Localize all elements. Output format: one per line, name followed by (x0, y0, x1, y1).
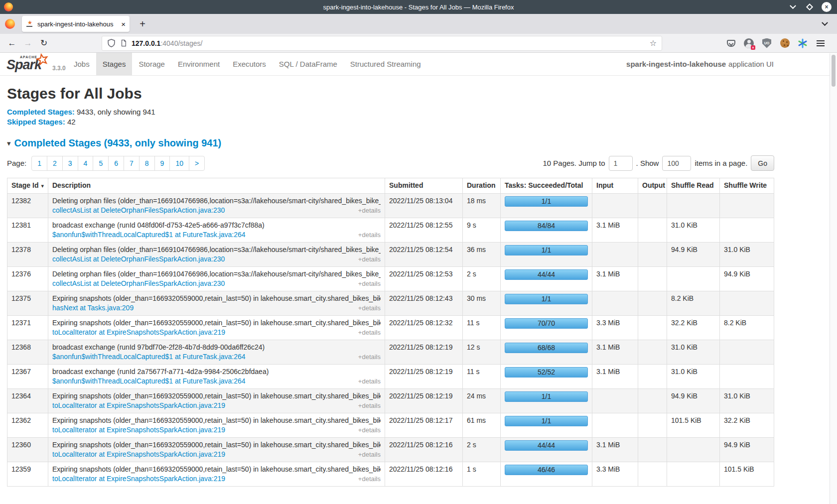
completed-stages-section-header[interactable]: ▾ Completed Stages (9433, only showing 9… (7, 137, 837, 149)
page-button-6[interactable]: 6 (108, 156, 124, 171)
stage-callsite-link[interactable]: toLocalIterator at ExpireSnapshotsSparkA… (52, 328, 225, 337)
stage-callsite-link[interactable]: toLocalIterator at ExpireSnapshotsSparkA… (52, 425, 225, 435)
column-header-submitted[interactable]: Submitted (385, 178, 463, 194)
stage-callsite-link[interactable]: $anonfun$withThreadLocalCaptured$1 at Fu… (52, 352, 246, 362)
stage-callsite-link[interactable]: hasNext at Tasks.java:209 (52, 303, 134, 313)
column-header-shuffle-read[interactable]: Shuffle Read (667, 178, 720, 194)
url-bar[interactable]: 127.0.0.1:4040/stages/ ☆ (102, 36, 662, 51)
scrollbar-thumb[interactable] (832, 55, 836, 87)
page-button-9[interactable]: 9 (154, 156, 170, 171)
items-per-page-input[interactable] (662, 156, 691, 171)
page-scrollbar[interactable] (830, 53, 837, 504)
column-header-shuffle-write[interactable]: Shuffle Write (720, 178, 774, 194)
page-button-7[interactable]: 7 (124, 156, 140, 171)
details-toggle[interactable]: +details (358, 401, 381, 410)
back-button[interactable]: ← (4, 36, 20, 50)
details-toggle[interactable]: +details (358, 377, 381, 386)
page-button-2[interactable]: 2 (47, 156, 63, 171)
skipped-stages-label: Skipped Stages: (7, 118, 65, 126)
minimize-button[interactable] (787, 1, 798, 12)
ublock-button[interactable]: UO (761, 38, 772, 49)
stage-row-12381: 12381broadcast exchange (runId 048fd06f-… (7, 218, 774, 243)
page-button-8[interactable]: 8 (139, 156, 155, 171)
input-cell: 3.1 MiB (592, 438, 638, 462)
submitted-cell: 2022/11/25 08:12:55 (385, 218, 463, 243)
details-toggle[interactable]: +details (358, 328, 381, 337)
tabs-dropdown-button[interactable] (823, 22, 827, 26)
bookmark-star-button[interactable]: ☆ (650, 38, 657, 48)
details-toggle[interactable]: +details (358, 254, 381, 264)
page-button-5[interactable]: 5 (93, 156, 109, 171)
menu-button[interactable] (815, 38, 826, 49)
browser-tab[interactable]: ★ spark-ingest-into-lakehous × (22, 16, 130, 32)
stage-callsite-link[interactable]: collectAsList at DeleteOrphanFilesSparkA… (52, 254, 225, 264)
asterisk-extension-button[interactable] (797, 38, 808, 49)
maximize-button[interactable] (804, 1, 815, 12)
column-header-output[interactable]: Output (638, 178, 667, 194)
page-button-10[interactable]: 10 (169, 156, 189, 171)
new-tab-button[interactable]: + (136, 17, 149, 31)
close-icon: × (822, 2, 832, 12)
stage-id-cell: 12381 (7, 218, 48, 243)
tasks-cell: 44/44 (501, 267, 592, 291)
stage-id-cell: 12360 (7, 438, 48, 462)
completed-stages-label: Completed Stages: (7, 108, 75, 116)
details-toggle[interactable]: +details (358, 450, 381, 459)
account-button[interactable]: × (743, 38, 754, 49)
details-toggle[interactable]: +details (358, 425, 381, 435)
stage-description: broadcast exchange (runId 2a75677f-a771-… (52, 367, 381, 377)
shuffle-read-cell: 8.2 KiB (667, 291, 720, 316)
stage-callsite-link[interactable]: $anonfun$withThreadLocalCaptured$1 at Fu… (52, 377, 246, 386)
spark-logo[interactable]: APACHE Spark 3.3.0 (0, 53, 67, 75)
next-page-button[interactable]: > (189, 156, 205, 171)
cookie-extension-button[interactable] (779, 38, 790, 49)
page-button-3[interactable]: 3 (62, 156, 78, 171)
details-toggle[interactable]: +details (358, 206, 381, 215)
page-button-4[interactable]: 4 (78, 156, 94, 171)
nav-tab-structured-streaming[interactable]: Structured Streaming (344, 53, 427, 75)
stage-callsite-link[interactable]: collectAsList at DeleteOrphanFilesSparkA… (52, 279, 225, 288)
duration-cell: 9 s (463, 218, 501, 243)
shield-icon[interactable] (107, 39, 116, 47)
details-toggle[interactable]: +details (358, 474, 381, 484)
nav-tab-sql-dataframe[interactable]: SQL / DataFrame (273, 53, 344, 75)
total-pages-text: 10 Pages. Jump to (543, 159, 605, 167)
nav-tab-jobs[interactable]: Jobs (67, 53, 96, 75)
details-toggle[interactable]: +details (358, 352, 381, 362)
pocket-button[interactable] (725, 38, 736, 49)
shuffle-write-cell: 31.0 KiB (720, 243, 774, 267)
jump-to-page-input[interactable] (609, 156, 633, 171)
page-button-1[interactable]: 1 (31, 156, 47, 171)
page-info-icon[interactable] (120, 39, 127, 47)
nav-tab-storage[interactable]: Storage (132, 53, 171, 75)
nav-tab-stages[interactable]: Stages (96, 53, 133, 75)
nav-tab-environment[interactable]: Environment (171, 53, 226, 75)
details-toggle[interactable]: +details (358, 279, 381, 288)
stage-callsite-link[interactable]: toLocalIterator at ExpireSnapshotsSparkA… (52, 401, 225, 410)
details-toggle[interactable]: +details (358, 230, 381, 240)
tab-close-button[interactable]: × (121, 20, 126, 28)
stage-callsite-link[interactable]: toLocalIterator at ExpireSnapshotsSparkA… (52, 474, 225, 484)
column-header-stage-id[interactable]: Stage Id▾ (7, 178, 48, 194)
output-cell (638, 438, 667, 462)
forward-button[interactable]: → (20, 36, 36, 50)
nav-tab-executors[interactable]: Executors (226, 53, 273, 75)
go-button[interactable]: Go (751, 155, 774, 171)
stage-callsite-link[interactable]: $anonfun$withThreadLocalCaptured$1 at Fu… (52, 230, 246, 240)
hamburger-icon (817, 40, 825, 41)
column-header-tasks-succeeded-total[interactable]: Tasks: Succeeded/Total (501, 178, 592, 194)
details-toggle[interactable]: +details (358, 303, 381, 313)
column-header-input[interactable]: Input (592, 178, 638, 194)
column-header-duration[interactable]: Duration (463, 178, 501, 194)
close-button[interactable]: × (821, 1, 832, 12)
stage-row-12368: 12368broadcast exchange (runId 97bdf70e-… (7, 340, 774, 365)
completed-stages-summary: Completed Stages: 9433, only showing 941 (7, 107, 837, 117)
tasks-cell: 68/68 (501, 340, 592, 365)
stage-callsite-link[interactable]: collectAsList at DeleteOrphanFilesSparkA… (52, 206, 225, 215)
page-title: Stages for All Jobs (7, 85, 837, 102)
column-header-description[interactable]: Description (48, 178, 385, 194)
reload-button[interactable]: ↻ (36, 36, 52, 50)
stage-callsite-link[interactable]: toLocalIterator at ExpireSnapshotsSparkA… (52, 450, 225, 459)
shuffle-read-cell (667, 438, 720, 462)
application-title: spark-ingest-into-lakehouse application … (626, 53, 837, 75)
